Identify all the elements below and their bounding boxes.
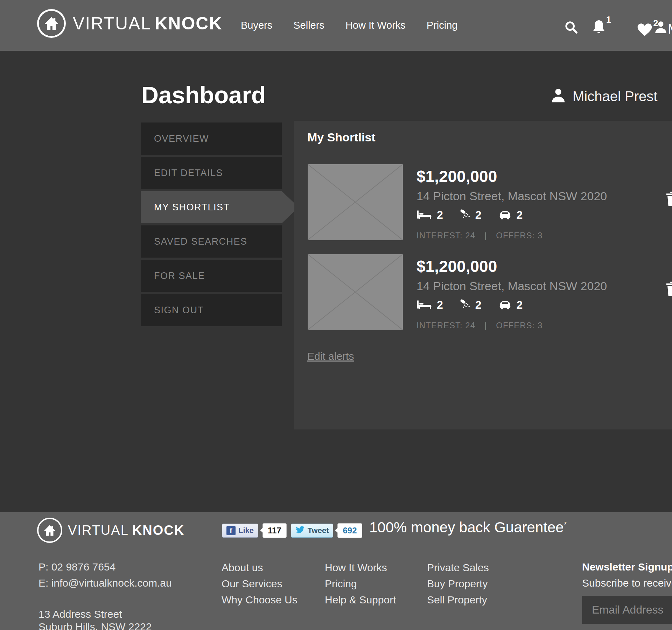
top-nav-bar: VIRTUALKNOCK Buyers Sellers How It Works… [0,0,672,51]
sidebar-item-sign-out[interactable]: SIGN OUT [141,294,282,326]
interest-stat: INTEREST: 24 [416,321,475,330]
showers-feature: 2 [460,299,482,312]
listing-price: $1,200,000 [416,257,607,276]
like-label: Like [238,526,254,535]
brand-name-light: VIRTUAL [68,523,129,538]
main-navigation: Buyers Sellers How It Works Pricing [241,0,457,51]
car-icon [498,210,512,221]
listing-stats: INTEREST: 24 | OFFERS: 3 [416,321,607,330]
nav-link-how-it-works[interactable]: How It Works [345,20,406,31]
sidebar-item-overview[interactable]: OVERVIEW [141,122,282,155]
sidebar-item-label: EDIT DETAILS [154,168,223,178]
favorites-heart-icon[interactable]: 2 [637,23,652,38]
page-title: Dashboard [141,81,266,108]
footer-brand-name: VIRTUALKNOCK [68,523,184,538]
listing-info: $1,200,000 14 Picton Street, Mascot NSW … [416,167,607,240]
account-person-icon[interactable] [654,20,668,36]
footer-link-buy-property[interactable]: Buy Property [427,578,488,590]
shower-icon [460,209,470,221]
sidebar-item-edit-details[interactable]: EDIT DETAILS [141,157,282,189]
brand-name-bold: KNOCK [132,523,184,538]
showers-feature: 2 [460,209,482,222]
footer-link-private-sales[interactable]: Private Sales [427,562,489,574]
brand-logo[interactable]: VIRTUALKNOCK [37,9,223,38]
footer-link-why-choose-us[interactable]: Why Choose Us [222,594,298,606]
footer-link-help-support[interactable]: Help & Support [325,594,396,606]
beds-count: 2 [437,209,443,222]
listing-address: 14 Picton Street, Mascot NSW 2020 [416,189,607,203]
logged-in-user[interactable]: Michael Prest [550,88,657,105]
guarantee-label: 100% money back Guarentee [369,519,564,536]
contact-address-line2: Suburb Hills, NSW 2222 [38,621,152,630]
listing-features: 2 [416,209,607,222]
user-avatar-icon [550,88,566,105]
property-image-placeholder[interactable] [308,254,403,330]
listing-price: $1,200,000 [416,167,607,186]
brand-name-light: VIRTUAL [73,14,151,33]
listing-stats: INTEREST: 24 | OFFERS: 3 [416,231,607,240]
footer-link-sell-property[interactable]: Sell Property [427,594,487,606]
page-footer: VIRTUALKNOCK f Like 117 Tweet 692 100% m… [0,512,672,630]
sidebar-item-my-shortlist[interactable]: MY SHORTLIST [141,191,282,223]
guarantee-asterisk: * [564,520,567,529]
cars-feature: 2 [498,299,523,312]
footer-link-our-services[interactable]: Our Services [222,578,282,590]
offers-stat: OFFERS: 3 [496,321,542,330]
footer-brand-logo[interactable]: VIRTUALKNOCK [37,518,184,543]
showers-count: 2 [475,209,482,222]
footer-link-pricing[interactable]: Pricing [325,578,357,590]
sidebar-item-label: MY SHORTLIST [154,202,230,213]
property-image-placeholder[interactable] [308,164,403,240]
notifications-badge: 1 [606,15,611,25]
user-name: Michael Prest [573,89,657,104]
search-icon[interactable] [564,20,578,36]
shortlist-listing-1: $1,200,000 14 Picton Street, Mascot NSW … [308,164,672,240]
nav-link-pricing[interactable]: Pricing [427,20,458,31]
social-buttons: f Like 117 Tweet 692 [222,523,362,538]
interest-stat: INTEREST: 24 [416,231,475,240]
edit-alerts-link[interactable]: Edit alerts [307,350,354,362]
contact-phone: P: 02 9876 7654 [38,561,115,573]
bed-icon [416,210,432,221]
tweet-label: Tweet [308,526,329,535]
brand-name: VIRTUALKNOCK [73,13,223,34]
stat-separator: | [484,321,487,330]
newsletter-heading: Newsletter Signup [582,561,672,573]
dashboard-sidebar: OVERVIEW EDIT DETAILS MY SHORTLIST SAVED… [141,122,282,328]
newsletter-subtitle: Subscribe to receive spe [582,577,672,589]
beds-feature: 2 [416,209,443,222]
remove-listing-trash-icon[interactable] [666,191,672,208]
beds-feature: 2 [416,299,443,312]
listing-address: 14 Picton Street, Mascot NSW 2020 [416,279,607,293]
offers-stat: OFFERS: 3 [496,231,542,240]
shower-icon [460,299,470,311]
remove-listing-trash-icon[interactable] [666,281,672,298]
sidebar-item-for-sale[interactable]: FOR SALE [141,260,282,292]
nav-link-buyers[interactable]: Buyers [241,20,272,31]
stat-separator: | [484,231,487,240]
notifications-bell-icon[interactable]: 1 [592,20,606,36]
newsletter-email-input[interactable] [582,596,672,624]
brand-name-bold: KNOCK [155,14,222,33]
guarantee-text: 100% money back Guarentee* [369,519,567,536]
cars-feature: 2 [498,209,523,222]
car-icon [498,300,512,311]
sidebar-item-label: FOR SALE [154,271,205,281]
shortlist-heading: My Shortlist [307,131,376,144]
cars-count: 2 [517,209,523,222]
listing-features: 2 [416,299,607,312]
topnav-user-label-cut: M [668,22,672,37]
cars-count: 2 [517,299,523,312]
footer-link-how-it-works[interactable]: How It Works [325,562,387,574]
listing-info: $1,200,000 14 Picton Street, Mascot NSW … [416,257,607,330]
sidebar-item-saved-searches[interactable]: SAVED SEARCHES [141,225,282,258]
sidebar-item-label: OVERVIEW [154,133,209,144]
facebook-like-button[interactable]: f Like [222,524,258,538]
shortlist-panel: My Shortlist $1,200,000 14 Picton Street… [294,121,672,429]
nav-link-sellers[interactable]: Sellers [293,20,324,31]
footer-link-about-us[interactable]: About us [222,562,263,574]
home-logo-icon [37,518,62,543]
home-logo-icon [37,9,66,38]
facebook-icon: f [226,526,236,535]
twitter-tweet-button[interactable]: Tweet [291,524,334,538]
